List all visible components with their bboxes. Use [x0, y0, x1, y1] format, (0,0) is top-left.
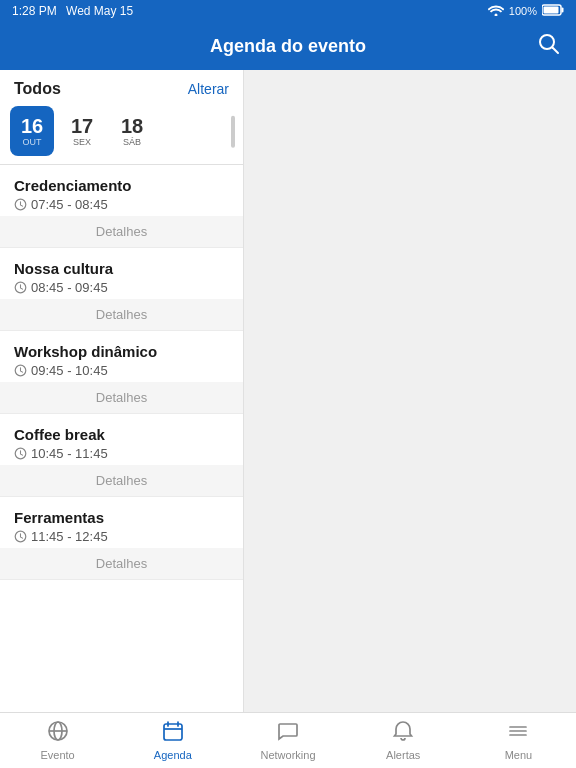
agenda-item: Ferramentas 11:45 - 12:45 Detalhes	[0, 497, 243, 580]
svg-rect-1	[562, 8, 564, 13]
calendar-icon	[162, 720, 184, 747]
agenda-item-time: 11:45 - 12:45	[14, 529, 229, 544]
detalhes-button[interactable]: Detalhes	[0, 216, 243, 247]
agenda-item: Credenciamento 07:45 - 08:45 Detalhes	[0, 165, 243, 248]
agenda-item-time: 08:45 - 09:45	[14, 280, 229, 295]
header-title: Agenda do evento	[210, 36, 366, 57]
agenda-item-title: Coffee break	[14, 426, 229, 443]
battery-percent: 100%	[509, 5, 537, 17]
day-label: OUT	[23, 137, 42, 147]
nav-item-evento[interactable]: Evento	[0, 713, 115, 768]
date-tab-18[interactable]: 18 SÁB	[110, 106, 154, 156]
svg-rect-13	[164, 724, 182, 740]
day-number: 18	[121, 115, 143, 137]
day-label: SÁB	[123, 137, 141, 147]
todos-label: Todos	[14, 80, 61, 98]
status-date: Wed May 15	[66, 4, 133, 18]
agenda-item-time: 07:45 - 08:45	[14, 197, 229, 212]
status-indicators: 100%	[488, 4, 564, 18]
status-time-date: 1:28 PM Wed May 15	[12, 4, 133, 18]
wifi-icon	[488, 4, 504, 18]
agenda-item-main: Ferramentas 11:45 - 12:45	[0, 497, 243, 548]
header: Agenda do evento	[0, 22, 576, 70]
svg-rect-2	[544, 7, 559, 14]
status-bar: 1:28 PM Wed May 15 100%	[0, 0, 576, 22]
search-button[interactable]	[538, 33, 560, 59]
battery-icon	[542, 4, 564, 18]
nav-label: Evento	[40, 749, 74, 761]
agenda-item-time: 09:45 - 10:45	[14, 363, 229, 378]
date-tab-16[interactable]: 16 OUT	[10, 106, 54, 156]
agenda-item: Coffee break 10:45 - 11:45 Detalhes	[0, 414, 243, 497]
bottom-nav: Evento Agenda Networking Alertas Menu	[0, 712, 576, 768]
detalhes-button[interactable]: Detalhes	[0, 548, 243, 579]
globe-icon	[47, 720, 69, 747]
nav-label: Networking	[260, 749, 315, 761]
agenda-item-title: Nossa cultura	[14, 260, 229, 277]
bell-icon	[392, 720, 414, 747]
nav-item-networking[interactable]: Networking	[230, 713, 345, 768]
nav-label: Alertas	[386, 749, 420, 761]
agenda-item-title: Workshop dinâmico	[14, 343, 229, 360]
agenda-item-title: Ferramentas	[14, 509, 229, 526]
agenda-item-title: Credenciamento	[14, 177, 229, 194]
detalhes-button[interactable]: Detalhes	[0, 299, 243, 330]
date-tab-17[interactable]: 17 SEX	[60, 106, 104, 156]
agenda-item-main: Coffee break 10:45 - 11:45	[0, 414, 243, 465]
menu-icon	[507, 720, 529, 747]
scroll-indicator	[231, 116, 235, 148]
agenda-item-main: Nossa cultura 08:45 - 09:45	[0, 248, 243, 299]
date-tabs: 16 OUT 17 SEX 18 SÁB	[0, 106, 243, 165]
nav-label: Menu	[505, 749, 533, 761]
svg-line-4	[553, 48, 559, 54]
day-number: 16	[21, 115, 43, 137]
agenda-list[interactable]: Credenciamento 07:45 - 08:45 Detalhes No…	[0, 165, 243, 712]
agenda-item-main: Workshop dinâmico 09:45 - 10:45	[0, 331, 243, 382]
left-panel: Todos Alterar 16 OUT 17 SEX 18 SÁB Crede…	[0, 70, 244, 712]
status-time: 1:28 PM	[12, 4, 57, 18]
nav-label: Agenda	[154, 749, 192, 761]
right-panel	[244, 70, 576, 712]
todos-row: Todos Alterar	[0, 70, 243, 106]
main-layout: Todos Alterar 16 OUT 17 SEX 18 SÁB Crede…	[0, 70, 576, 712]
detalhes-button[interactable]: Detalhes	[0, 465, 243, 496]
day-label: SEX	[73, 137, 91, 147]
agenda-item: Nossa cultura 08:45 - 09:45 Detalhes	[0, 248, 243, 331]
agenda-item-main: Credenciamento 07:45 - 08:45	[0, 165, 243, 216]
nav-item-alertas[interactable]: Alertas	[346, 713, 461, 768]
day-number: 17	[71, 115, 93, 137]
alterar-button[interactable]: Alterar	[188, 81, 229, 97]
agenda-item-time: 10:45 - 11:45	[14, 446, 229, 461]
detalhes-button[interactable]: Detalhes	[0, 382, 243, 413]
nav-item-menu[interactable]: Menu	[461, 713, 576, 768]
chat-icon	[277, 720, 299, 747]
nav-item-agenda[interactable]: Agenda	[115, 713, 230, 768]
agenda-item: Workshop dinâmico 09:45 - 10:45 Detalhes	[0, 331, 243, 414]
